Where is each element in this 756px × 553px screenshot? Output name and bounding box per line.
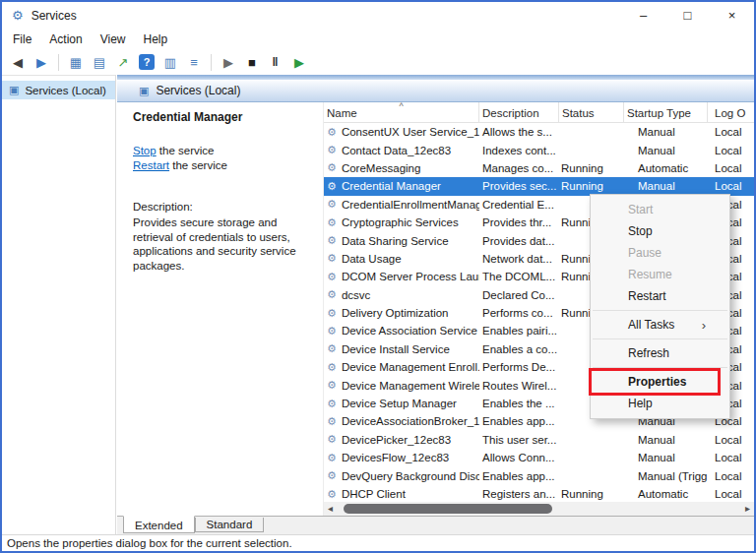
scroll-left-icon[interactable]: ◂ [328,503,333,514]
service-name-cell: ⚙DevicesFlow_12ec83 [324,452,479,464]
list-view-button[interactable]: ≡ [182,51,206,73]
properties-button[interactable]: ▤ [88,51,111,73]
window-title: Services [32,9,77,23]
help-button[interactable]: ? [135,51,158,73]
service-gear-icon: ⚙ [327,180,337,193]
column-header-status[interactable]: Status [559,102,624,122]
standard-view-icon: ▥ [164,55,176,70]
table-row[interactable]: ⚙Contact Data_12ec83Indexes cont...Manua… [324,141,754,158]
service-name: Credential Manager [342,180,441,192]
service-gear-icon: ⚙ [327,216,337,229]
restart-link-suffix: the service [169,159,227,171]
menu-item-label: Properties [628,375,686,389]
service-name: DevicePicker_12ec83 [342,434,451,446]
table-row[interactable]: ⚙DevicePicker_12ec83This user ser...Manu… [324,431,754,449]
service-name: Data Sharing Service [342,235,449,247]
context-menu-item-pause: Pause [591,242,729,264]
service-links: Stop the service Restart the service [133,144,309,173]
menu-item-label: Restart [628,289,666,303]
context-menu-item-all-tasks[interactable]: All Tasks› [591,314,729,336]
pause-service-button[interactable]: ‖ [264,51,287,73]
minimize-button[interactable]: – [621,2,665,29]
forward-button[interactable]: ▶ [30,51,53,73]
service-name: DeviceAssociationBroker_12... [342,415,479,427]
service-gear-icon: ⚙ [327,252,337,265]
service-log-on-as: Local [708,145,754,156]
help-icon: ? [139,54,155,70]
toolbar-separator [211,54,212,71]
list-header: ^ Name Description Status Startup Type L… [324,102,754,123]
menubar-item-help[interactable]: Help [135,31,177,48]
scrollbar-thumb[interactable] [344,504,552,514]
menu-separator [593,338,727,339]
service-gear-icon: ⚙ [327,307,337,320]
restart-service-link[interactable]: Restart [133,159,169,171]
stop-service-button[interactable]: ■ [240,51,264,73]
show-console-tree-button[interactable]: ▦ [64,51,88,73]
menubar-item-view[interactable]: View [92,31,135,48]
service-startup-type: Manual [624,452,708,463]
service-name: Device Management Enroll... [342,361,479,373]
back-button[interactable]: ◀ [6,51,30,73]
start-service-button[interactable]: ▶ [217,51,240,73]
service-startup-type: Manual [624,434,708,446]
table-row[interactable]: ⚙ConsentUX User Service_12e...Allows the… [324,123,754,141]
service-description: Indexes cont... [479,145,559,156]
context-menu-item-refresh[interactable]: Refresh [591,342,729,364]
close-button[interactable]: × [710,2,754,29]
service-startup-type: Manual [624,180,708,192]
export-list-icon: ↗ [118,55,129,70]
standard-view-button[interactable]: ▥ [158,51,182,73]
table-row[interactable]: ⚙DHCP ClientRegisters an...RunningAutoma… [324,485,754,502]
export-list-button[interactable]: ↗ [111,51,135,73]
service-name-cell: ⚙DeviceAssociationBroker_12... [324,415,479,428]
menubar-item-action[interactable]: Action [40,31,91,48]
menubar-item-file[interactable]: File [4,31,40,48]
column-header-startup-type[interactable]: Startup Type [624,102,708,122]
pane-title: Services (Local) [156,84,240,97]
context-menu-item-properties[interactable]: Properties [591,371,729,393]
service-description: Manages co... [479,162,559,174]
column-label-description: Description [482,107,539,119]
tab-standard[interactable]: Standard [195,518,265,532]
context-menu-item-stop[interactable]: Stop [591,220,729,242]
column-label-log-on-as: Log O [715,107,745,119]
horizontal-scrollbar[interactable]: ◂ ▸ [324,502,754,516]
column-header-description[interactable]: Description [479,102,559,122]
table-row[interactable]: ⚙Credential ManagerProvides sec...Runnin… [324,177,754,195]
service-description: Registers an... [479,488,559,500]
service-log-on-as: Local [708,452,754,463]
service-name-cell: ⚙Device Association Service [324,325,479,338]
column-header-log-on-as[interactable]: Log O [708,102,754,122]
table-row[interactable]: ⚙DevQuery Background Disc...Enables app.… [324,466,754,484]
service-description-text: Provides secure storage and retrieval of… [133,215,310,273]
maximize-button[interactable]: □ [665,2,710,29]
service-description: Network dat... [479,253,559,265]
table-row[interactable]: ⚙CoreMessagingManages co...RunningAutoma… [324,159,754,177]
column-label-name: Name [327,107,357,119]
service-startup-type: Manual [624,145,708,156]
service-name-cell: ⚙ConsentUX User Service_12e... [324,126,479,139]
service-description: Allows the s... [479,126,559,138]
service-name: Contact Data_12ec83 [342,145,451,156]
context-menu-item-resume: Resume [591,264,729,285]
service-description: Enables pairi... [479,325,559,337]
table-row[interactable]: ⚙DevicesFlow_12ec83Allows Conn...ManualL… [324,449,754,466]
service-name: Cryptographic Services [342,216,459,228]
service-log-on-as: Local [708,162,754,174]
tree-item-services-local[interactable]: ▣ Services (Local) [2,81,115,99]
scroll-right-icon[interactable]: ▸ [745,503,750,514]
service-gear-icon: ⚙ [327,342,337,355]
tab-extended[interactable]: Extended [123,516,195,533]
service-startup-type: Automatic [624,162,708,174]
restart-service-button[interactable]: ▶ [287,51,311,73]
context-menu-item-help[interactable]: Help [591,393,729,414]
service-description: Provides sec... [479,180,559,192]
pause-service-icon: ‖ [273,55,280,69]
stop-service-link[interactable]: Stop [133,145,157,156]
service-status: Running [559,488,624,500]
service-description: Performs co... [479,307,559,319]
context-menu-item-restart[interactable]: Restart [591,285,729,307]
service-name: Device Install Service [342,343,450,355]
column-header-name[interactable]: ^ Name [324,102,479,122]
